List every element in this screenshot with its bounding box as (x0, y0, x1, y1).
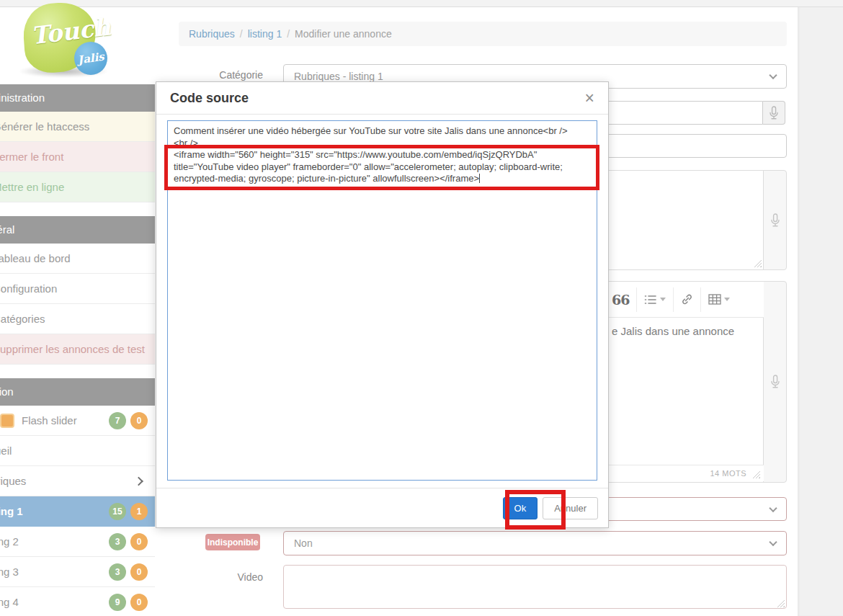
sidebar-item-label: Catégories (0, 313, 45, 325)
sidebar-section: AdministrationGénérer le htaccessFermer … (0, 84, 155, 202)
sidebar-item-label: listing 3 (0, 566, 19, 578)
sidebar-item-g-n-rer-le-htaccess[interactable]: Générer le htaccess (0, 112, 155, 142)
logo-jalis-circle: Jalis (74, 42, 107, 75)
sidebar-item-supprimer-les-annonces-de-test[interactable]: Supprimer les annonces de test (0, 334, 155, 365)
code-source-modal: Code source × Comment insérer une vidéo … (156, 81, 609, 528)
breadcrumb-separator: / (287, 28, 290, 40)
sidebar-item-flash-slider[interactable]: Flash slider70 (0, 406, 155, 436)
sidebar-item-listing-2[interactable]: listing 230 (0, 527, 155, 557)
count-badge-green: 3 (109, 533, 126, 550)
count-badge-orange: 0 (130, 563, 148, 581)
category-select-value: Rubriques - listing 1 (294, 71, 383, 82)
close-icon[interactable]: × (585, 90, 594, 107)
link-icon[interactable] (681, 293, 693, 305)
badge-group: 30 (109, 563, 148, 581)
microphone-icon (769, 106, 779, 120)
sidebar-item-label: listing 1 (0, 505, 23, 517)
sidebar-section-header: Général (0, 216, 155, 244)
badge-group: 151 (109, 503, 148, 520)
sidebar-section-header: Gestion (0, 378, 155, 406)
sidebar-item-cat-gories[interactable]: Catégories (0, 304, 155, 334)
code-iframe-text: <iframe width="560" height="315" src="ht… (174, 149, 566, 184)
modal-title: Code source (170, 91, 249, 106)
top-bar (0, 0, 843, 7)
image-icon (0, 414, 14, 428)
mic-button[interactable] (764, 171, 786, 269)
sidebar-item-label: Rubriques (0, 475, 26, 487)
resize-handle-icon[interactable] (777, 599, 785, 607)
sidebar-item-label: Configuration (0, 282, 57, 295)
badge-group: 90 (109, 594, 148, 611)
sidebar-section: GénéralTableau de bordConfigurationCatég… (0, 216, 155, 365)
modal-header: Code source × (156, 82, 608, 115)
word-count: 14 MOTS (710, 469, 746, 478)
sidebar-item-tableau-de-bord[interactable]: Tableau de bord (0, 244, 155, 274)
indisponible-select-value: Non (294, 537, 313, 549)
breadcrumb-separator: / (240, 28, 243, 40)
blockquote-icon[interactable]: 66 (612, 292, 629, 308)
count-badge-green: 7 (109, 412, 126, 429)
code-intro-text: Comment insérer une vidéo hébergée sur Y… (174, 125, 568, 148)
ok-button[interactable]: Ok (503, 497, 538, 519)
badge-group: 70 (109, 412, 148, 429)
sidebar-item-label: listing 4 (0, 596, 19, 608)
sidebar-item-label: Mettre en ligne (0, 181, 64, 193)
sidebar-item-label: Tableau de bord (0, 252, 71, 264)
breadcrumb-item[interactable]: listing 1 (248, 28, 282, 40)
chevron-right-icon (134, 476, 143, 486)
chevron-down-icon (769, 538, 777, 546)
chevron-down-icon (724, 298, 730, 301)
mic-button[interactable] (764, 282, 786, 482)
breadcrumb: Rubriques/listing 1/Modifier une annonce (179, 22, 787, 46)
chevron-down-icon (769, 504, 777, 512)
sidebar-item-label: listing 2 (0, 535, 19, 548)
modal-footer: Ok Annuler (156, 488, 608, 527)
breadcrumb-item[interactable]: Rubriques (189, 28, 235, 40)
sidebar-item-rubriques[interactable]: Rubriques (0, 466, 155, 496)
sidebar-item-label: Générer le htaccess (0, 120, 89, 133)
table-icon[interactable] (708, 294, 730, 305)
count-badge-green: 15 (109, 503, 126, 520)
chevron-down-icon (769, 71, 777, 79)
sidebar-item-accueil[interactable]: Accueil (0, 436, 155, 466)
app-logo: Touch Jalis (11, 1, 119, 81)
sidebar-item-label: Supprimer les annonces de test (0, 343, 145, 355)
mic-button[interactable] (763, 101, 785, 125)
count-badge-orange: 0 (130, 594, 148, 611)
count-badge-orange: 1 (130, 503, 148, 520)
toolbar-divider (700, 287, 701, 312)
indisponible-select[interactable]: Non (283, 531, 787, 555)
source-code-textarea[interactable]: Comment insérer une vidéo hébergée sur Y… (167, 120, 597, 481)
page-right-gutter (798, 0, 843, 616)
breadcrumb-item: Modifier une annonce (295, 28, 392, 40)
video-textarea[interactable] (283, 565, 787, 609)
count-badge-green: 9 (109, 594, 126, 611)
chevron-down-icon (660, 298, 666, 301)
toolbar-divider (636, 287, 637, 312)
count-badge-orange: 0 (130, 412, 148, 429)
sidebar-item-mettre-en-ligne[interactable]: Mettre en ligne (0, 172, 155, 202)
list-icon[interactable] (644, 295, 666, 305)
sidebar-item-label: Fermer le front (0, 151, 63, 163)
sidebar-item-label: Accueil (0, 445, 12, 457)
sidebar-item-label: Flash slider (22, 414, 77, 427)
video-label: Video (173, 571, 263, 583)
microphone-icon (770, 375, 780, 389)
logo-jalis-text: Jalis (77, 50, 105, 67)
sidebar-item-listing-1[interactable]: listing 1151 (0, 496, 155, 527)
sidebar-item-listing-4[interactable]: listing 490 (0, 587, 155, 616)
sidebar-item-fermer-le-front[interactable]: Fermer le front (0, 142, 155, 172)
indisponible-badge: Indisponible (205, 534, 260, 550)
text-cursor (479, 174, 480, 183)
count-badge-orange: 0 (130, 533, 148, 550)
cancel-button[interactable]: Annuler (543, 497, 598, 519)
editor-visible-text: e Jalis dans une annonce (612, 325, 734, 337)
sidebar-section: GestionFlash slider70AccueilRubriqueslis… (0, 378, 155, 616)
category-label: Catégorie (173, 69, 263, 81)
count-badge-green: 3 (109, 563, 126, 581)
sidebar-section-header: Administration (0, 84, 155, 112)
badge-group: 30 (109, 533, 148, 550)
sidebar-item-configuration[interactable]: Configuration (0, 274, 155, 304)
sidebar-item-listing-3[interactable]: listing 330 (0, 557, 155, 587)
microphone-icon (770, 213, 780, 228)
